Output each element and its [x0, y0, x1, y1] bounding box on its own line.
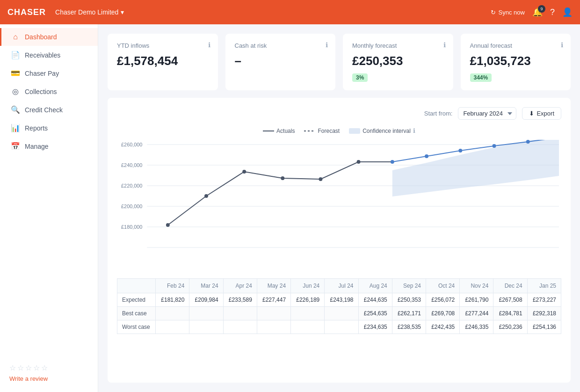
svg-text:£260,000: £260,000	[121, 142, 142, 147]
info-icon-confidence[interactable]: ℹ	[413, 127, 415, 134]
sidebar-label-reports: Reports	[25, 124, 48, 132]
star-1[interactable]: ☆	[9, 363, 16, 372]
sidebar-item-chaser-pay[interactable]: 💳 Chaser Pay	[0, 64, 98, 82]
kpi-card-monthly-forecast: Monthly forecast £250,353 3% ℹ	[343, 34, 453, 90]
help-button[interactable]: ?	[550, 7, 555, 17]
chevron-down-icon: ▾	[121, 8, 124, 16]
sidebar-item-credit-check[interactable]: 🔍 Credit Check	[0, 101, 98, 119]
sidebar-label-manage: Manage	[25, 143, 49, 150]
row-label: Worst case	[117, 320, 156, 334]
row-value	[189, 307, 223, 320]
col-header-jan25: Jan 25	[527, 279, 561, 293]
forecast-label: Forecast	[318, 128, 340, 134]
row-value	[189, 320, 223, 334]
row-value: £256,072	[426, 293, 460, 307]
row-value: £238,535	[392, 320, 426, 334]
actuals-line	[168, 162, 392, 225]
forecast-line-icon	[304, 131, 315, 131]
row-value: £284,781	[493, 307, 527, 320]
dot-sep	[425, 154, 428, 158]
dot-feb	[166, 223, 170, 227]
kpi-value-annual-forecast: £1,035,723	[470, 54, 562, 68]
row-value: £181,820	[156, 293, 189, 307]
dot-jun	[319, 177, 322, 181]
kpi-value-cash-at-risk: –	[235, 54, 326, 68]
info-icon-ytd[interactable]: ℹ	[208, 41, 210, 49]
kpi-cards-row: YTD inflows £1,578,454 ℹ Cash at risk – …	[108, 34, 571, 90]
legend-actuals: Actuals	[263, 128, 295, 134]
user-button[interactable]: 👤	[562, 7, 573, 17]
row-label: Expected	[117, 293, 156, 307]
info-icon-cash[interactable]: ℹ	[326, 41, 328, 49]
sidebar-label-collections: Collections	[25, 88, 57, 95]
row-value	[156, 320, 189, 334]
sidebar-item-dashboard[interactable]: ⌂ Dashboard	[0, 28, 98, 46]
row-value: £242,435	[426, 320, 460, 334]
actuals-line-icon	[263, 131, 274, 131]
table-header-row: Feb 24 Mar 24 Apr 24 May 24 Jun 24 Jul 2…	[117, 279, 561, 293]
table-row: Worst case£234,635£238,535£242,435£246,3…	[117, 320, 561, 334]
export-button[interactable]: ⬇ Export	[522, 107, 561, 120]
sidebar-item-manage[interactable]: 📅 Manage	[0, 137, 98, 155]
receivables-icon: 📄	[11, 51, 20, 59]
sidebar-item-receivables[interactable]: 📄 Receivables	[0, 46, 98, 64]
confidence-band-icon	[349, 128, 360, 134]
row-value: £209,984	[189, 293, 223, 307]
row-value: £292,318	[527, 307, 561, 320]
row-value	[223, 307, 257, 320]
forecast-data-table: Feb 24 Mar 24 Apr 24 May 24 Jun 24 Jul 2…	[117, 278, 561, 334]
row-value: £254,136	[527, 320, 561, 334]
notification-badge: 9	[538, 5, 545, 13]
col-header-oct24: Oct 24	[426, 279, 460, 293]
chart-section: Start from: February 2024 January 2024 M…	[108, 98, 571, 383]
row-value: £262,171	[392, 307, 426, 320]
sidebar-label-dashboard: Dashboard	[25, 33, 57, 41]
notifications-button[interactable]: 🔔 9	[532, 7, 543, 17]
row-value: £243,198	[325, 293, 358, 307]
star-4[interactable]: ☆	[33, 363, 40, 372]
info-icon-monthly[interactable]: ℹ	[443, 41, 446, 49]
star-5[interactable]: ☆	[41, 363, 48, 372]
sync-button[interactable]: ↻ Sync now	[491, 9, 525, 16]
write-review-link[interactable]: Write a review	[9, 375, 48, 382]
kpi-value-ytd-inflows: £1,578,454	[117, 54, 209, 68]
star-2[interactable]: ☆	[17, 363, 24, 372]
start-from-select[interactable]: February 2024 January 2024 March 2024	[458, 107, 516, 120]
manage-icon: 📅	[11, 142, 20, 151]
dot-aug	[391, 160, 394, 164]
svg-text:£200,000: £200,000	[121, 203, 142, 209]
company-selector[interactable]: Chaser Demo Limited ▾	[55, 8, 124, 16]
info-icon-annual[interactable]: ℹ	[561, 41, 563, 49]
row-value: £261,790	[460, 293, 493, 307]
kpi-value-monthly-forecast: £250,353	[352, 54, 444, 68]
export-label: Export	[536, 110, 554, 117]
annual-forecast-badge: 344%	[470, 73, 492, 82]
chart-svg: £260,000 £240,000 £220,000 £200,000 £180…	[117, 140, 561, 271]
star-3[interactable]: ☆	[25, 363, 32, 372]
reports-icon: 📊	[11, 123, 20, 132]
row-value: £234,635	[358, 320, 392, 334]
sidebar-label-credit-check: Credit Check	[25, 106, 63, 114]
dot-mar	[204, 194, 208, 198]
sidebar-item-collections[interactable]: ◎ Collections	[0, 82, 98, 101]
main-content: YTD inflows £1,578,454 ℹ Cash at risk – …	[98, 24, 580, 392]
row-value: £233,589	[223, 293, 257, 307]
dot-oct	[458, 149, 462, 152]
dot-apr	[242, 170, 246, 174]
row-value: £250,353	[392, 293, 426, 307]
sidebar-item-reports[interactable]: 📊 Reports	[0, 119, 98, 137]
col-header-aug24: Aug 24	[358, 279, 392, 293]
chart-legend: Actuals Forecast Confidence interval ℹ	[117, 127, 561, 134]
row-value: £250,236	[493, 320, 527, 334]
forecast-chart: £260,000 £240,000 £220,000 £200,000 £180…	[117, 140, 561, 271]
table-row: Expected£181,820£209,984£233,589£227,447…	[117, 293, 561, 307]
kpi-label-monthly-forecast: Monthly forecast	[352, 42, 444, 49]
credit-check-icon: 🔍	[11, 105, 20, 114]
row-value: £277,244	[460, 307, 493, 320]
row-value	[156, 307, 189, 320]
download-icon: ⬇	[529, 110, 534, 117]
sync-label: Sync now	[499, 9, 525, 16]
table-row: Best case£254,635£262,171£269,708£277,24…	[117, 307, 561, 320]
chart-toolbar: Start from: February 2024 January 2024 M…	[117, 107, 561, 120]
col-header-nov24: Nov 24	[460, 279, 493, 293]
